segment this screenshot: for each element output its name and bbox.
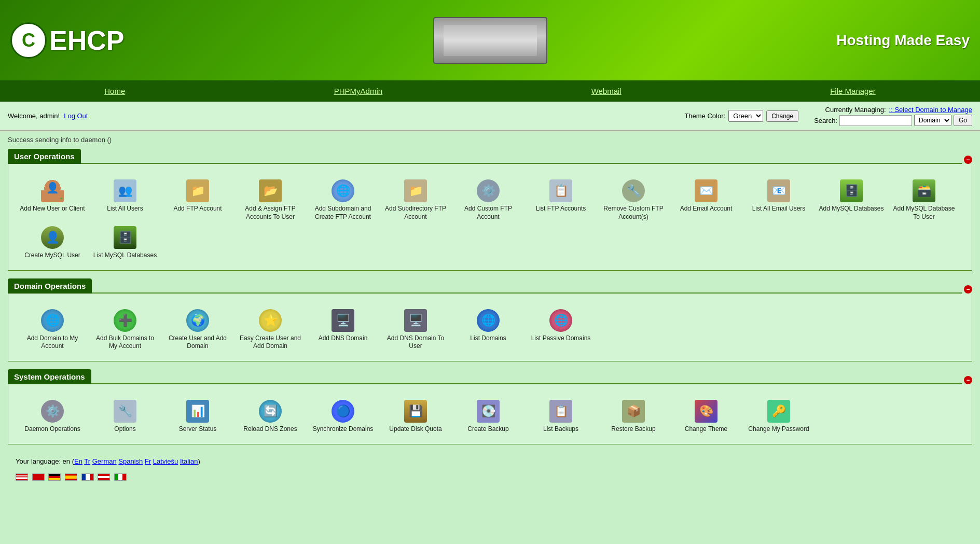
list-passive-icon: 🌐: [549, 309, 572, 332]
change-password-item[interactable]: 🔑 Change My Password: [745, 400, 812, 434]
search-go-button[interactable]: Go: [954, 115, 972, 126]
add-mysql-db-item[interactable]: 🗄️ Add MySQL Databases: [818, 179, 885, 221]
flag-it: [114, 473, 127, 481]
lang-italian[interactable]: Italian: [180, 457, 198, 465]
nav-filemanager[interactable]: File Manager: [809, 80, 896, 102]
list-mysql-db-item[interactable]: 🗄️ List MySQL Databases: [91, 226, 159, 260]
list-email-icon: 📧: [767, 179, 790, 202]
list-domains-icon: 🌐: [477, 309, 500, 332]
restore-backup-label: Restore Backup: [611, 425, 655, 434]
create-user-domain-icon: 🌍: [186, 309, 209, 332]
remove-custom-ftp-item[interactable]: 🔧 Remove Custom FTP Account(s): [600, 179, 667, 221]
list-ftp-accounts-item[interactable]: 📋 List FTP Accounts: [527, 179, 595, 221]
server-status-icon: 📊: [186, 400, 209, 423]
lang-tr[interactable]: Tr: [84, 457, 90, 465]
select-domain-link[interactable]: :: Select Domain to Manage: [889, 106, 972, 114]
add-custom-ftp-item[interactable]: ⚙️ Add Custom FTP Account: [454, 179, 522, 221]
add-assign-ftp-item[interactable]: 📂 Add & Assign FTP Accounts To User: [237, 179, 304, 221]
add-subdir-ftp-label: Add Subdirectory FTP Account: [382, 205, 449, 221]
theme-select[interactable]: Green: [728, 110, 763, 122]
restore-backup-item[interactable]: 📦 Restore Backup: [600, 400, 667, 434]
lang-spanish[interactable]: Spanish: [118, 457, 143, 465]
lang-fr[interactable]: Fr: [145, 457, 151, 465]
add-dns-domain-item[interactable]: 🖥️ Add DNS Domain: [309, 309, 377, 351]
user-operations-header-row: User Operations −: [8, 149, 972, 164]
server-status-item[interactable]: 📊 Server Status: [164, 400, 231, 434]
create-mysql-user-item[interactable]: 👤 Create MySQL User: [19, 226, 86, 260]
list-domains-item[interactable]: 🌐 List Domains: [454, 309, 522, 351]
manage-area: Currently Managing: :: Select Domain to …: [814, 106, 972, 126]
add-email-account-item[interactable]: ✉️ Add Email Account: [672, 179, 740, 221]
easy-create-user-item[interactable]: ⭐ Easy Create User and Add Domain: [237, 309, 304, 351]
user-operations-grid: 👤 + Add New User or Client 👥 List All Us…: [16, 172, 964, 262]
change-theme-item[interactable]: 🎨 Change Theme: [672, 400, 740, 434]
server-image: [433, 17, 547, 64]
add-mysql-db-user-item[interactable]: 🗃️ Add MySQL Database To User: [890, 179, 958, 221]
options-item[interactable]: 🔧 Options: [91, 400, 159, 434]
add-mysql-label: Add MySQL Databases: [819, 205, 884, 213]
flag-tr: [32, 473, 45, 481]
synchronize-domains-item[interactable]: 🔵 Synchronize Domains: [309, 400, 377, 434]
synchronize-icon: 🔵: [332, 400, 354, 423]
domain-operations-section: Domain Operations − 🌐 Add Domain to My A…: [8, 278, 972, 361]
daemon-icon: ⚙️: [41, 400, 64, 423]
add-bulk-domains-label: Add Bulk Domains to My Account: [91, 334, 159, 351]
remove-custom-ftp-label: Remove Custom FTP Account(s): [600, 205, 667, 221]
reload-dns-item[interactable]: 🔄 Reload DNS Zones: [237, 400, 304, 434]
logout-link[interactable]: Log Out: [64, 112, 88, 120]
lang-german[interactable]: German: [92, 457, 117, 465]
search-input[interactable]: [839, 115, 912, 126]
create-user-add-domain-item[interactable]: 🌍 Create User and Add Domain: [164, 309, 231, 351]
add-domain-account-item[interactable]: 🌐 Add Domain to My Account: [19, 309, 86, 351]
lang-en[interactable]: En: [74, 457, 82, 465]
easy-create-icon: ⭐: [259, 309, 282, 332]
main-content: Success sending info to daemon () User O…: [0, 131, 980, 491]
domain-operations-collapse[interactable]: −: [964, 285, 972, 294]
welcome-bar: Welcome, admin! Log Out Theme Color: Gre…: [0, 102, 980, 131]
list-passive-domains-item[interactable]: 🌐 List Passive Domains: [527, 309, 595, 351]
user-operations-collapse[interactable]: −: [964, 156, 972, 164]
create-backup-item[interactable]: 💽 Create Backup: [454, 400, 522, 434]
list-mysql-icon: 🗄️: [114, 226, 136, 249]
add-custom-ftp-label: Add Custom FTP Account: [454, 205, 522, 221]
language-label: Your language: en: [16, 457, 70, 465]
add-subdomain-ftp-icon: 🌐: [332, 179, 354, 202]
add-new-user-icon: 👤 +: [41, 179, 64, 202]
add-email-label: Add Email Account: [680, 205, 733, 213]
system-operations-container: ⚙️ Daemon Operations 🔧 Options 📊 Server …: [8, 384, 972, 444]
logo-icon: C: [10, 22, 47, 59]
add-ftp-icon: 📁: [186, 179, 209, 202]
update-disk-quota-item[interactable]: 💾 Update Disk Quota: [382, 400, 449, 434]
add-ftp-account-item[interactable]: 📁 Add FTP Account: [164, 179, 231, 221]
flag-es: [65, 473, 77, 481]
user-operations-header: User Operations: [8, 149, 81, 164]
search-row: Search: Domain Go: [814, 115, 972, 126]
theme-change-button[interactable]: Change: [766, 110, 798, 122]
add-subdomain-ftp-item[interactable]: 🌐 Add Subdomain and Create FTP Account: [309, 179, 377, 221]
user-operations-container: 👤 + Add New User or Client 👥 List All Us…: [8, 164, 972, 271]
add-new-user-item[interactable]: 👤 + Add New User or Client: [19, 179, 86, 221]
add-dns-label: Add DNS Domain: [319, 334, 368, 343]
update-disk-icon: 💾: [404, 400, 427, 423]
managing-label: Currently Managing:: [825, 106, 886, 114]
add-bulk-domains-item[interactable]: ➕ Add Bulk Domains to My Account: [91, 309, 159, 351]
system-operations-collapse[interactable]: −: [964, 376, 972, 384]
search-type-select[interactable]: Domain: [914, 115, 951, 126]
add-domain-label: Add Domain to My Account: [19, 334, 86, 351]
lang-latviesu[interactable]: Latviešu: [153, 457, 178, 465]
add-dns-domain-user-item[interactable]: 🖥️ Add DNS Domain To User: [382, 309, 449, 351]
add-subdir-ftp-item[interactable]: 📁 Add Subdirectory FTP Account: [382, 179, 449, 221]
domain-operations-header-row: Domain Operations −: [8, 278, 972, 294]
list-ftp-icon: 📋: [549, 179, 572, 202]
nav-webmail[interactable]: Webmail: [571, 80, 642, 102]
list-backups-item[interactable]: 📋 List Backups: [527, 400, 595, 434]
nav-phpmyadmin[interactable]: PHPMyAdmin: [313, 80, 403, 102]
update-disk-label: Update Disk Quota: [389, 425, 441, 434]
user-operations-section: User Operations − 👤 + Add New User or Cl…: [8, 149, 972, 271]
daemon-operations-item[interactable]: ⚙️ Daemon Operations: [19, 400, 86, 434]
domain-operations-grid: 🌐 Add Domain to My Account ➕ Add Bulk Do…: [16, 301, 964, 353]
nav-home[interactable]: Home: [84, 80, 146, 102]
add-custom-ftp-icon: ⚙️: [477, 179, 500, 202]
list-email-users-item[interactable]: 📧 List All Email Users: [745, 179, 812, 221]
list-all-users-item[interactable]: 👥 List All Users: [91, 179, 159, 221]
